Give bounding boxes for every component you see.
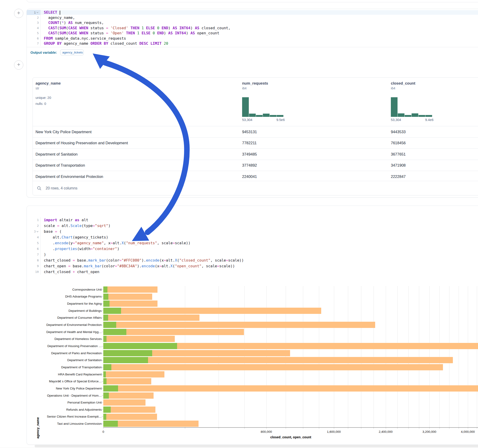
bar-open-count <box>103 343 177 349</box>
bar-closed-count <box>103 378 151 384</box>
code-line[interactable]: 3 COUNT(*) AS num_requests, <box>27 20 478 25</box>
code-line[interactable]: 6FROM sample_data.nyc.service_requests <box>27 36 478 41</box>
histogram-bar <box>391 97 397 117</box>
cell-agency-name: New York City Police Department <box>36 130 92 134</box>
table-row[interactable]: Department of Environmental Protection22… <box>33 171 478 182</box>
column-name: num_requests <box>242 81 286 86</box>
cell-num-requests: 3749485 <box>242 152 257 156</box>
cell-agency-name: Department of Sanitation <box>36 152 78 156</box>
bar-open-count <box>103 329 126 335</box>
code-line[interactable]: 5 .encode(y="agency_name", x=alt.X("num_… <box>27 240 478 246</box>
line-number: 1 <box>27 10 41 15</box>
line-number: 4 <box>27 234 41 240</box>
cell-num-requests: 2240041 <box>242 174 257 179</box>
table-row[interactable]: New York City Police Department945313194… <box>33 126 478 137</box>
code-line[interactable]: 3base = ( <box>27 229 478 234</box>
line-number: 7 <box>27 41 41 46</box>
cell-closed-count: 3471908 <box>391 163 406 168</box>
line-number: 5 <box>27 31 41 36</box>
cell-agency-name: Department of Transportation <box>36 163 85 168</box>
cell-closed-count: 7618456 <box>391 141 406 145</box>
output-variable-pill[interactable]: agency_tickets <box>60 50 84 55</box>
hist-min-label: 53,304 <box>242 118 252 122</box>
y-axis-category-label: Refunds and Adjustments <box>27 406 102 413</box>
next-cell-collapsed-strip[interactable] <box>35 445 478 447</box>
bar-closed-count <box>103 371 164 378</box>
table-footer: 20 rows, 4 columns <box>33 181 478 195</box>
line-number: 3 <box>27 229 41 234</box>
x-axis-tick-label: 3,200,000 <box>419 430 440 434</box>
add-cell-button-middle[interactable]: + <box>14 60 23 70</box>
y-axis-category-label: Department of Buildings <box>27 307 102 314</box>
y-axis-category-label: Department of Homeless Services <box>27 336 102 343</box>
code-line[interactable]: 5 CAST(SUM(CASE WHEN status = 'Open' THE… <box>27 31 478 36</box>
code-line[interactable]: 9chart_open = base.mark_bar(color="#8BC3… <box>27 263 478 269</box>
histogram-bar <box>277 115 283 117</box>
search-icon[interactable] <box>37 186 42 191</box>
chart-y-labels: Correspondence UnitDHS Advantage Program… <box>27 286 102 427</box>
y-axis-category-label: Department of Consumer Affairs <box>27 314 102 322</box>
y-axis-category-label: Department of Health and Mental Hyg… <box>27 328 102 336</box>
bar-open-count <box>103 308 121 314</box>
code-line[interactable]: 1import altair as alt <box>27 217 478 223</box>
histogram-bar <box>242 97 249 117</box>
column-type: i64 <box>242 87 286 90</box>
line-number: 8 <box>27 257 41 263</box>
y-axis-category-label: Department of Housing Preservation … <box>27 342 102 350</box>
code-line[interactable]: 7GROUP BY agency_name ORDER BY closed_co… <box>27 41 478 46</box>
y-axis-category-label: Taxi and Limousine Commission <box>27 420 102 427</box>
bar-open-count <box>103 421 118 427</box>
bar-closed-count <box>103 294 152 300</box>
y-axis-category-label: Operations Unit - Department of Hom… <box>27 392 102 399</box>
bar-closed-count <box>103 315 200 321</box>
table-row[interactable]: Department of Transportation377489234719… <box>33 160 478 171</box>
column-header-num-requests[interactable]: num_requests i64 <box>242 78 286 90</box>
y-axis-category-label: Mayorâ€ s Office of Special Enforce… <box>27 378 102 385</box>
column-name: agency_name <box>36 81 61 86</box>
histogram-bar <box>425 115 432 117</box>
histogram-bar <box>256 115 263 117</box>
closed-count-histogram <box>391 97 432 117</box>
line-number: 6 <box>27 246 41 252</box>
histogram-bar <box>270 115 277 117</box>
code-line[interactable]: 1SELECT <box>27 10 478 15</box>
y-axis-category-label: Department of Transportation <box>27 364 102 371</box>
x-axis-tick-label: 800,000 <box>256 430 277 434</box>
code-line[interactable]: 2scale = alt.Scale(type="sqrt") <box>27 223 478 229</box>
code-line[interactable]: 6 .properties(width="container") <box>27 246 478 252</box>
y-axis-category-label: Department of Environmental Protection <box>27 321 102 328</box>
column-header-closed-count[interactable]: closed_count i64 <box>391 78 435 90</box>
bar-open-count <box>103 371 106 378</box>
histogram-bar <box>419 115 425 117</box>
code-line[interactable]: 10chart_closed + chart_open <box>27 269 478 275</box>
line-number: 9 <box>27 263 41 269</box>
y-axis-category-label: DHS Advantage Programs <box>27 293 102 300</box>
python-code-editor[interactable]: 1import altair as alt2scale = alt.Scale(… <box>27 206 478 275</box>
bar-closed-count <box>103 286 157 293</box>
bar-open-count <box>103 357 148 363</box>
sql-code-editor[interactable]: 1SELECT 2 agency_name,3 COUNT(*) AS num_… <box>27 9 478 46</box>
bar-closed-count <box>103 300 157 307</box>
line-number: 2 <box>27 15 41 20</box>
column-type: i64 <box>391 87 435 90</box>
table-row[interactable]: Department of Sanitation37494853677651 <box>33 148 478 160</box>
code-line[interactable]: 8chart_closed = base.mark_bar(color="#FF… <box>27 257 478 263</box>
table-row[interactable]: Department of Housing Preservation and D… <box>33 137 478 149</box>
line-number: 2 <box>27 223 41 229</box>
bar-open-count <box>103 322 116 328</box>
code-line[interactable]: 4 CAST(SUM(CASE WHEN status = 'Closed' T… <box>27 25 478 31</box>
bar-open-count <box>103 378 107 384</box>
hist-max-label: 9.4e6 <box>425 118 434 122</box>
bar-closed-count <box>103 364 443 370</box>
bar-closed-count <box>103 322 375 328</box>
cell-agency-name: Department of Environmental Protection <box>36 174 103 179</box>
line-number: 4 <box>27 25 41 31</box>
add-cell-button-top[interactable]: + <box>14 9 23 18</box>
result-table: agency_name str unique: 20 nulls: 0 num_… <box>32 77 478 195</box>
code-line[interactable]: 2 agency_name, <box>27 15 478 20</box>
histogram-bar <box>412 113 418 117</box>
column-header-agency-name[interactable]: agency_name str unique: 20 nulls: 0 <box>36 78 61 107</box>
code-line[interactable]: 7) <box>27 252 478 257</box>
bar-closed-count <box>103 406 155 413</box>
code-line[interactable]: 4 alt.Chart(agency_tickets) <box>27 234 478 240</box>
